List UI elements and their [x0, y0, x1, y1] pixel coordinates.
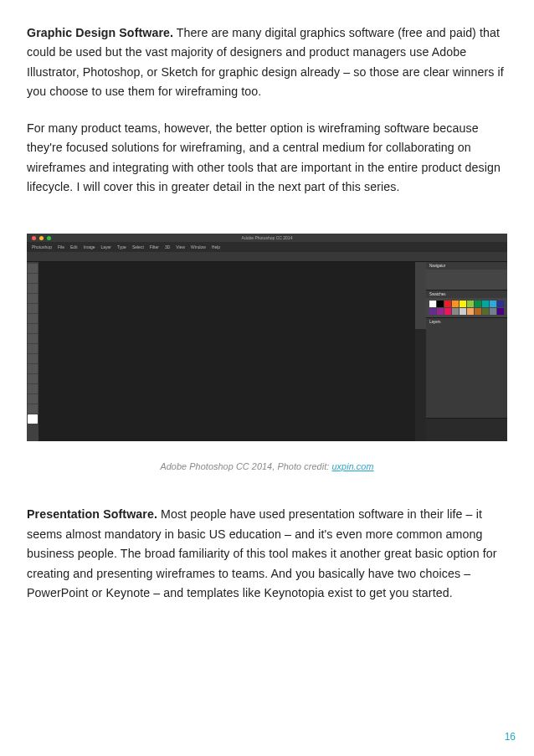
canvas-area — [39, 262, 415, 441]
swatch-icon — [452, 308, 459, 315]
caption-text: Adobe Photoshop CC 2014, Photo credit: — [160, 461, 331, 471]
zoom-tool-icon — [28, 404, 38, 414]
mac-close-icon — [32, 236, 36, 240]
brush-tool-icon — [28, 324, 38, 333]
mac-zoom-icon — [47, 236, 51, 240]
menu-item: Photoshop — [32, 244, 52, 249]
menu-item: Edit — [70, 244, 78, 249]
swatch-icon — [460, 301, 466, 307]
eraser-tool-icon — [28, 344, 38, 353]
navigator-panel-body — [426, 270, 507, 290]
mac-minimize-icon — [39, 236, 44, 240]
menu-item: View — [176, 244, 185, 249]
paragraph-presentation-software: Presentation Software. Most people have … — [27, 505, 507, 603]
body-presentation: Most people have used presentation softw… — [27, 507, 497, 599]
layers-panel-header: Layers — [426, 318, 507, 326]
shape-tool-icon — [28, 384, 38, 393]
paragraph-graphic-design: Graphic Design Software. There are many … — [27, 23, 507, 102]
swatch-icon — [444, 308, 451, 315]
mac-window-bar: Adobe Photoshop CC 2014 — [27, 234, 507, 242]
swatches-panel-body — [426, 298, 507, 317]
lead-graphic-design: Graphic Design Software. — [27, 26, 173, 39]
lasso-tool-icon — [28, 284, 38, 293]
swatch-icon — [467, 308, 474, 315]
menu-item: 3D — [165, 244, 170, 249]
photoshop-screenshot: Adobe Photoshop CC 2014 Photoshop File E… — [27, 234, 507, 441]
move-tool-icon — [28, 264, 38, 273]
options-bar — [27, 252, 507, 262]
swatch-icon — [452, 301, 459, 307]
swatch-icon — [437, 301, 444, 307]
swatch-icon — [490, 301, 496, 307]
caption-link[interactable]: uxpin.com — [331, 461, 373, 471]
swatch-icon — [460, 308, 466, 315]
swatch-icon — [482, 308, 489, 315]
layers-panel-body — [426, 326, 507, 418]
menu-item: Type — [117, 244, 126, 249]
crop-tool-icon — [28, 304, 38, 313]
menu-item: Select — [132, 244, 144, 249]
right-panel-column: Navigator Swatches Layers — [426, 262, 507, 441]
stamp-tool-icon — [28, 334, 38, 343]
swatch-icon — [497, 301, 504, 307]
swatch-icon — [475, 301, 481, 307]
menu-item: File — [58, 244, 64, 249]
navigator-panel-header: Navigator — [426, 262, 507, 270]
tool-palette — [27, 262, 39, 441]
window-title: Adobe Photoshop CC 2014 — [242, 235, 293, 240]
swatch-icon — [475, 308, 481, 315]
wand-tool-icon — [28, 294, 38, 303]
swatch-icon — [437, 308, 444, 315]
menu-bar: Photoshop File Edit Image Layer Type Sel… — [27, 242, 507, 252]
eyedropper-tool-icon — [28, 314, 38, 323]
foreground-color-icon — [28, 414, 38, 424]
swatch-grid — [429, 301, 504, 315]
swatches-panel: Swatches — [426, 291, 507, 318]
paragraph-wireframing-option: For many product teams, however, the bet… — [27, 119, 507, 198]
swatch-icon — [497, 308, 504, 315]
type-tool-icon — [28, 374, 38, 383]
lead-presentation: Presentation Software. — [27, 507, 157, 521]
swatch-icon — [482, 301, 489, 307]
menu-item: Window — [191, 244, 206, 249]
figure-caption: Adobe Photoshop CC 2014, Photo credit: u… — [27, 461, 507, 471]
menu-item: Layer — [101, 244, 112, 249]
swatch-icon — [490, 308, 496, 315]
menu-item: Help — [212, 244, 220, 249]
swatch-icon — [429, 308, 436, 315]
page-number: 16 — [505, 731, 516, 743]
swatch-icon — [467, 301, 474, 307]
menu-item: Image — [84, 244, 95, 249]
marquee-tool-icon — [28, 274, 38, 283]
navigator-panel: Navigator — [426, 262, 507, 291]
collapsed-panel-strip — [415, 262, 426, 329]
hand-tool-icon — [28, 394, 38, 404]
menu-item: Filter — [150, 244, 159, 249]
swatches-panel-header: Swatches — [426, 291, 507, 298]
layers-panel: Layers — [426, 318, 507, 419]
gradient-tool-icon — [28, 354, 38, 363]
swatch-icon — [444, 301, 451, 307]
swatch-icon — [429, 301, 436, 307]
pen-tool-icon — [28, 364, 38, 373]
